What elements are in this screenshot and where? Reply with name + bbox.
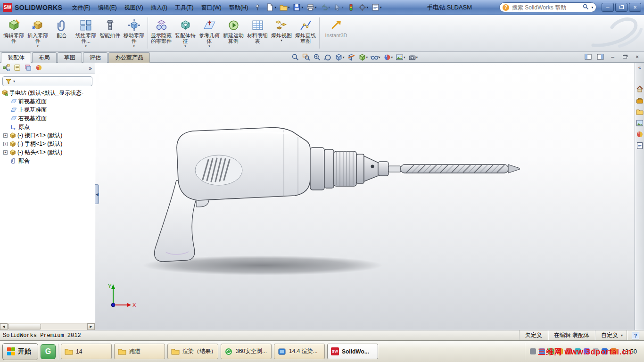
- menu-file[interactable]: 文件(F): [68, 2, 94, 13]
- ribbon-button-linear-component-pattern[interactable]: 线性零部件... ▾: [74, 16, 98, 50]
- tree-item-mates[interactable]: 配合: [0, 156, 95, 165]
- ribbon-button-reference-geometry[interactable]: 参考几何体 ▾: [198, 16, 221, 50]
- rotate-view-icon[interactable]: [323, 53, 333, 62]
- expand-icon[interactable]: +: [3, 142, 8, 146]
- ribbon-button-assembly-features[interactable]: 装配体特征 ▾: [173, 16, 197, 50]
- apply-scene-icon[interactable]: ▾: [395, 53, 406, 62]
- ribbon-button-smart-fasteners[interactable]: 智能扣件: [98, 16, 122, 50]
- print-icon[interactable]: ▾: [305, 3, 318, 12]
- quick-launch-icon[interactable]: G: [41, 344, 56, 359]
- ribbon-button-new-motion-study[interactable]: 新建运动算例: [222, 16, 245, 50]
- menu-tools[interactable]: 工具(T): [171, 2, 197, 13]
- tree-item-assembly-root[interactable]: 手电钻 (默认<默认_显示状态-: [0, 89, 95, 97]
- rebuild-icon[interactable]: [346, 3, 356, 12]
- file-explorer-icon[interactable]: [636, 107, 644, 115]
- menu-view[interactable]: 视图(V): [121, 2, 147, 13]
- section-view-icon[interactable]: [347, 53, 356, 62]
- tree-item-component-drill-bit[interactable]: + (-) 钻头<1> (默认): [0, 148, 95, 156]
- view-orientation-icon[interactable]: ▾: [334, 53, 346, 62]
- tab-evaluate[interactable]: 评估: [83, 52, 107, 63]
- displaymanager-tab-icon[interactable]: [35, 64, 42, 73]
- menu-window[interactable]: 窗口(W): [197, 2, 225, 13]
- view-palette-icon[interactable]: [636, 119, 644, 127]
- undo-icon[interactable]: ▾: [319, 3, 331, 12]
- display-style-icon[interactable]: ▾: [357, 53, 369, 62]
- toolbox-icon[interactable]: [636, 96, 644, 104]
- taskbar-item-render-app[interactable]: 14.4 渲染...: [274, 344, 325, 359]
- custom-properties-icon[interactable]: [636, 141, 644, 149]
- scroll-left-icon[interactable]: ◀: [0, 323, 8, 330]
- ribbon-button-exploded-view[interactable]: 爆炸视图 ▾: [270, 16, 293, 50]
- open-icon[interactable]: ▾: [279, 3, 291, 12]
- ribbon-button-instant3d[interactable]: Instant3D: [321, 16, 351, 50]
- tree-item-origin[interactable]: 原点: [0, 123, 95, 131]
- options-icon[interactable]: ▾: [357, 3, 370, 12]
- help-icon[interactable]: ?: [591, 4, 598, 11]
- close-button[interactable]: ×: [629, 3, 641, 12]
- task-pane-expand-icon[interactable]: «: [638, 65, 641, 70]
- scrollbar-thumb[interactable]: [8, 324, 41, 329]
- tree-item-component-interface[interactable]: + (-) 接口<1> (默认): [0, 131, 95, 140]
- tree-filter[interactable]: ▾: [2, 76, 92, 86]
- drill-body[interactable]: [177, 128, 310, 200]
- expand-icon[interactable]: +: [3, 150, 8, 155]
- zoom-in-out-icon[interactable]: [312, 53, 322, 62]
- doc-restore-icon[interactable]: [621, 53, 629, 60]
- menu-help[interactable]: 帮助(H): [225, 2, 252, 13]
- panel-collapse-handle[interactable]: ◀: [95, 184, 99, 204]
- ribbon-button-insert-component[interactable]: 插入零部件 ▾: [26, 16, 50, 50]
- panel-overflow-icon[interactable]: »: [89, 65, 92, 72]
- pane-left-icon[interactable]: [584, 53, 592, 60]
- tab-assembly[interactable]: 装配体: [1, 52, 31, 63]
- search-icon[interactable]: [583, 4, 589, 11]
- save-icon[interactable]: ▾: [292, 3, 304, 12]
- graphics-area[interactable]: Y X ◀: [95, 63, 635, 330]
- expand-icon[interactable]: +: [3, 133, 8, 138]
- featuremanager-tab-icon[interactable]: [3, 64, 10, 73]
- drill-chuck[interactable]: [310, 148, 388, 190]
- start-button[interactable]: 开始: [2, 343, 38, 360]
- minimize-button[interactable]: –: [602, 3, 614, 12]
- status-custom-dropdown[interactable]: 自定义: [595, 331, 624, 339]
- zoom-area-icon[interactable]: [301, 53, 311, 62]
- tree-horizontal-scrollbar[interactable]: ◀ ▶: [0, 323, 95, 330]
- status-custom-caret-icon[interactable]: ▾: [621, 333, 627, 337]
- search-input[interactable]: [511, 4, 581, 11]
- doc-minimize-icon[interactable]: –: [609, 53, 617, 60]
- tree-item-right-plane[interactable]: 右视基准面: [0, 114, 95, 123]
- appearances-icon[interactable]: [636, 130, 644, 138]
- tab-sketch[interactable]: 草图: [58, 52, 82, 63]
- tray-icon[interactable]: [530, 348, 536, 354]
- pane-right-icon[interactable]: [596, 53, 604, 60]
- ribbon-button-mate[interactable]: 配合: [50, 16, 74, 50]
- tree-item-top-plane[interactable]: 上视基准面: [0, 106, 95, 114]
- ribbon-button-explode-line-sketch[interactable]: 爆炸直线草图: [294, 16, 317, 50]
- zoom-fit-icon[interactable]: [290, 53, 300, 62]
- menu-edit[interactable]: 编辑(E): [94, 2, 121, 13]
- tab-layout[interactable]: 布局: [32, 52, 57, 63]
- view-settings-icon[interactable]: ▾: [407, 53, 419, 62]
- pin-menu-icon[interactable]: [255, 4, 260, 11]
- drill-model-3d-view[interactable]: Y X: [95, 63, 635, 330]
- tree-item-component-handle[interactable]: + (-) 手柄<1> (默认): [0, 140, 95, 148]
- status-help-icon[interactable]: ?: [632, 332, 639, 339]
- menu-insert[interactable]: 插入(I): [147, 2, 171, 13]
- taskbar-item-solidworks[interactable]: SW SolidWo...: [327, 344, 378, 359]
- configurationmanager-tab-icon[interactable]: [25, 64, 32, 73]
- taskbar-item-folder-track[interactable]: 跑道: [114, 344, 165, 359]
- taskbar-item-folder-14[interactable]: 14: [61, 344, 112, 359]
- select-icon[interactable]: ▾: [332, 3, 345, 12]
- ribbon-button-bill-of-materials[interactable]: 材料明细表: [246, 16, 269, 50]
- scroll-right-icon[interactable]: ▶: [87, 323, 95, 330]
- ribbon-button-show-hidden-components[interactable]: 显示隐藏的零部件: [149, 16, 173, 50]
- maximize-button[interactable]: [615, 3, 627, 12]
- edit-appearance-icon[interactable]: ▾: [382, 53, 394, 62]
- propertymanager-tab-icon[interactable]: [14, 64, 21, 73]
- doc-close-icon[interactable]: ×: [633, 53, 641, 60]
- ribbon-button-edit-component[interactable]: 编辑零部件: [2, 16, 25, 50]
- taskbar-item-folder-render-results[interactable]: 渲染（结果）: [167, 344, 218, 359]
- hide-show-items-icon[interactable]: ▾: [370, 53, 381, 62]
- file-properties-icon[interactable]: ▾: [371, 3, 383, 12]
- new-document-icon[interactable]: ▾: [265, 3, 277, 12]
- resources-icon[interactable]: [636, 85, 644, 93]
